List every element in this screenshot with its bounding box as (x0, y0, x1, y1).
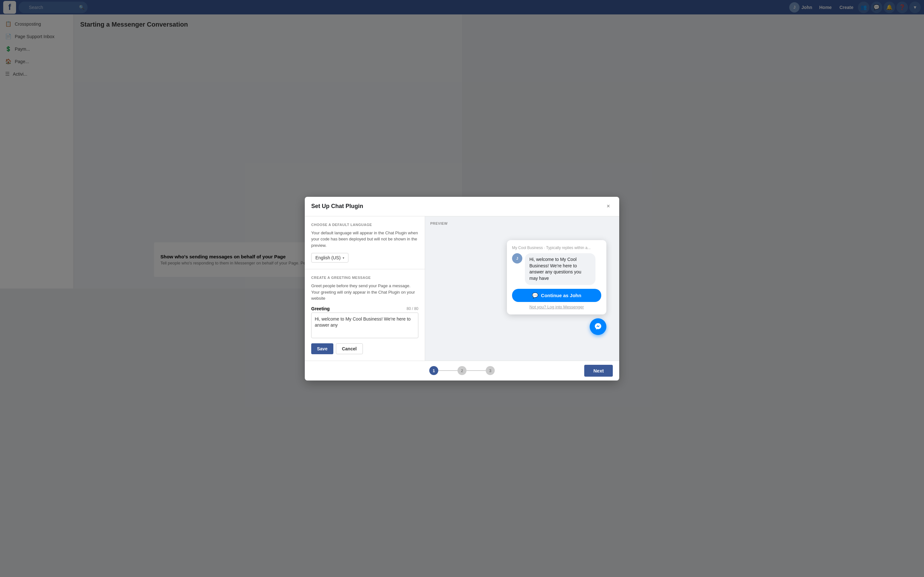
modal-title: Set Up Chat Plugin (311, 203, 363, 210)
modal-body: CHOOSE A DEFAULT LANGUAGE Your default l… (305, 216, 462, 289)
left-panel: CHOOSE A DEFAULT LANGUAGE Your default l… (305, 216, 425, 289)
language-value: English (US) (315, 255, 341, 260)
greeting-section: CREATE A GREETING MESSAGE Greet people b… (311, 276, 418, 288)
preview-label: PREVIEW (430, 221, 447, 226)
section-divider (305, 269, 425, 269)
setup-chat-plugin-modal: Set Up Chat Plugin × CHOOSE A DEFAULT LA… (305, 197, 462, 289)
chevron-down-icon: ▾ (342, 256, 344, 259)
language-desc: Your default language will appear in the… (311, 230, 418, 249)
language-section-label: CHOOSE A DEFAULT LANGUAGE (311, 223, 418, 227)
language-dropdown[interactable]: English (US) ▾ (311, 253, 349, 263)
greeting-desc: Greet people before they send your Page … (311, 283, 418, 288)
language-section: CHOOSE A DEFAULT LANGUAGE Your default l… (311, 223, 418, 263)
modal-overlay: Set Up Chat Plugin × CHOOSE A DEFAULT LA… (0, 0, 462, 288)
greeting-section-label: CREATE A GREETING MESSAGE (311, 276, 418, 279)
modal-header: Set Up Chat Plugin × (305, 197, 462, 216)
right-panel: PREVIEW My Cool Business · Typically rep… (425, 216, 462, 289)
